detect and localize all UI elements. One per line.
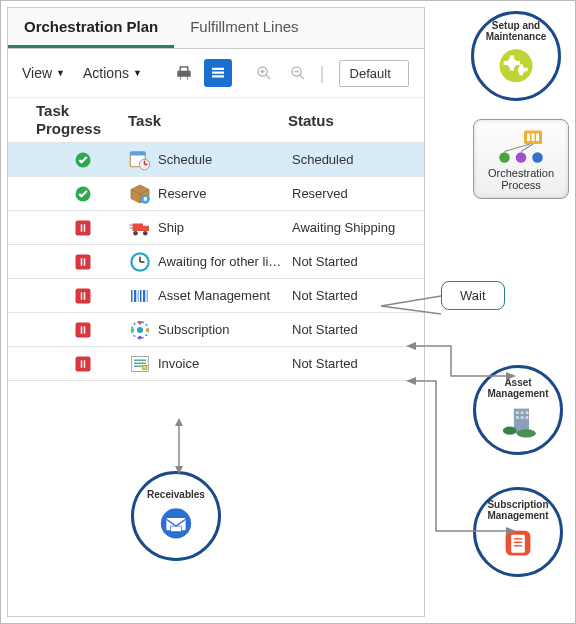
status-cell: Not Started xyxy=(288,322,424,337)
asset-management-bubble[interactable]: Asset Management xyxy=(473,365,563,455)
check-circle-icon xyxy=(74,151,92,169)
table-row[interactable]: Awaiting for other lines Not Started xyxy=(8,245,424,279)
view-menu[interactable]: View ▼ xyxy=(16,61,71,85)
svg-rect-41 xyxy=(76,322,91,337)
svg-point-58 xyxy=(500,49,533,82)
progress-cell xyxy=(38,185,128,203)
task-label: Awaiting for other lines xyxy=(158,254,288,269)
progress-cell xyxy=(38,355,128,373)
svg-rect-19 xyxy=(133,223,144,231)
status-cell: Not Started xyxy=(288,254,424,269)
subscription-management-bubble[interactable]: Subscription Management xyxy=(473,487,563,577)
bubble-label: Receivables xyxy=(147,489,205,500)
caret-down-icon: ▼ xyxy=(133,68,142,78)
tab-bar: Orchestration Plan Fulfillment Lines xyxy=(8,8,424,49)
invoice-icon xyxy=(128,352,152,376)
svg-rect-37 xyxy=(138,290,139,302)
svg-rect-87 xyxy=(516,416,519,419)
svg-rect-16 xyxy=(76,220,91,235)
table-row[interactable]: Invoice Not Started xyxy=(8,347,424,381)
task-label: Schedule xyxy=(158,152,212,167)
svg-point-49 xyxy=(138,335,142,339)
status-cell: Awaiting Shipping xyxy=(288,220,424,235)
svg-rect-79 xyxy=(171,526,182,532)
ship-icon xyxy=(128,216,152,240)
pause-icon xyxy=(74,253,92,271)
bubble-label: Asset Management xyxy=(480,377,556,399)
task-label: Invoice xyxy=(158,356,199,371)
svg-rect-9 xyxy=(130,151,145,155)
barcode-icon xyxy=(128,284,152,308)
status-cell: Not Started xyxy=(288,288,424,303)
table-row[interactable]: Reserve Reserved xyxy=(8,177,424,211)
setup-maintenance-bubble[interactable]: Setup and Maintenance xyxy=(471,11,561,101)
svg-rect-57 xyxy=(142,365,147,369)
tab-fulfillment-lines[interactable]: Fulfillment Lines xyxy=(174,8,314,48)
task-table: Task Progress Task Status Schedule Sched… xyxy=(8,98,424,381)
bubble-label: Setup and Maintenance xyxy=(474,20,558,42)
table-row[interactable]: Schedule Scheduled xyxy=(8,143,424,177)
svg-rect-69 xyxy=(527,134,530,142)
col-task: Task xyxy=(128,112,288,129)
task-cell: Subscription xyxy=(128,318,288,342)
caret-down-icon: ▼ xyxy=(56,68,65,78)
actions-label: Actions xyxy=(83,65,129,81)
table-row[interactable]: Subscription Not Started xyxy=(8,313,424,347)
svg-rect-38 xyxy=(140,290,142,302)
toolbar: View ▼ Actions ▼ | Default xyxy=(8,49,424,98)
table-header: Task Progress Task Status xyxy=(8,98,424,143)
view-dropdown[interactable]: Default xyxy=(339,60,409,87)
tab-orchestration-plan[interactable]: Orchestration Plan xyxy=(8,8,174,48)
pause-icon xyxy=(74,355,92,373)
task-cell: Ship xyxy=(128,216,288,240)
col-task-progress: Task Progress xyxy=(8,102,128,138)
svg-rect-62 xyxy=(504,61,508,65)
actions-menu[interactable]: Actions ▼ xyxy=(77,61,148,85)
svg-rect-15 xyxy=(144,197,147,201)
pause-icon xyxy=(74,219,92,237)
col-status: Status xyxy=(288,112,424,129)
check-circle-icon xyxy=(74,185,92,203)
svg-rect-64 xyxy=(510,66,514,70)
view-label: View xyxy=(22,65,52,81)
svg-point-45 xyxy=(137,327,143,333)
progress-cell xyxy=(38,219,128,237)
task-cell: Invoice xyxy=(128,352,288,376)
status-cell: Reserved xyxy=(288,186,424,201)
progress-cell xyxy=(38,287,128,305)
reserve-icon xyxy=(128,182,152,206)
status-cell: Not Started xyxy=(288,356,424,371)
task-cell: Awaiting for other lines xyxy=(128,250,288,274)
zoom-in-icon[interactable] xyxy=(250,59,278,87)
table-row[interactable]: Ship Awaiting Shipping xyxy=(8,211,424,245)
wait-label: Wait xyxy=(460,288,486,303)
svg-rect-84 xyxy=(516,411,519,414)
print-icon[interactable] xyxy=(170,59,198,87)
svg-rect-85 xyxy=(521,411,524,414)
svg-rect-65 xyxy=(519,64,522,67)
svg-rect-39 xyxy=(143,290,145,302)
table-row[interactable]: Asset Management Not Started xyxy=(8,279,424,313)
receivables-bubble[interactable]: Receivables xyxy=(131,471,221,561)
document-icon xyxy=(496,521,540,565)
list-view-icon[interactable] xyxy=(204,59,232,87)
progress-cell xyxy=(38,151,128,169)
svg-point-47 xyxy=(146,328,150,332)
svg-rect-89 xyxy=(526,416,529,419)
svg-rect-93 xyxy=(511,535,525,553)
svg-rect-86 xyxy=(526,411,529,414)
schedule-icon xyxy=(128,148,152,172)
svg-rect-61 xyxy=(510,55,514,59)
task-cell: Schedule xyxy=(128,148,288,172)
orchestration-process-button[interactable]: Orchestration Process xyxy=(473,119,569,199)
building-icon xyxy=(496,399,540,443)
svg-rect-32 xyxy=(76,288,91,303)
task-cell: Asset Management xyxy=(128,284,288,308)
svg-point-90 xyxy=(503,427,517,435)
svg-rect-50 xyxy=(76,356,91,371)
svg-rect-20 xyxy=(143,225,149,230)
zoom-out-icon[interactable] xyxy=(284,59,312,87)
svg-point-72 xyxy=(499,152,510,163)
bubble-label: Subscription Management xyxy=(480,499,556,521)
progress-cell xyxy=(38,253,128,271)
